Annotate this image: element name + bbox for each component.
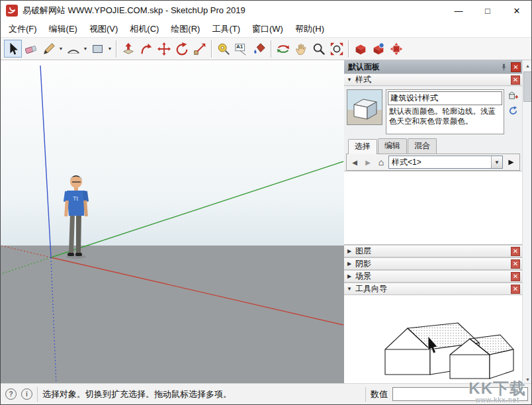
extension-warehouse-button[interactable]	[387, 40, 405, 58]
in-model-button[interactable]: ⌂	[375, 156, 387, 168]
scale-tool-button[interactable]	[191, 40, 208, 58]
arc-tool-dropdown[interactable]: ▼	[82, 40, 89, 58]
tab-edit[interactable]: 编辑	[378, 138, 407, 154]
layers-section-header[interactable]: ▶ 图层 ✕	[344, 245, 522, 257]
component-button[interactable]	[351, 40, 369, 58]
minimize-button[interactable]: —	[444, 1, 473, 21]
shadows-close-button[interactable]: ✕	[511, 259, 520, 269]
push-pull-tool-button[interactable]	[119, 40, 137, 58]
main-area: Tt 默认面板 ✕ ▼ 样式 ✕	[1, 60, 532, 384]
toolbar-separator	[271, 40, 271, 58]
follow-me-tool-button[interactable]	[137, 40, 155, 58]
zoom-extents-tool-button[interactable]	[328, 40, 345, 58]
tab-mix[interactable]: 混合	[408, 138, 437, 154]
component-cube-icon	[353, 42, 368, 56]
statusbar-separator	[37, 387, 38, 402]
back-button[interactable]: ◀	[349, 156, 361, 168]
menu-window[interactable]: 窗口(W)	[246, 21, 289, 37]
arc-tool-button[interactable]	[64, 40, 82, 58]
new-style-icon	[508, 91, 518, 101]
scenes-section-title: 场景	[355, 271, 508, 282]
orbit-icon	[276, 42, 290, 56]
sketchup-window: 易破解网站 WWW.YPOJIE.COM.skp - SketchUp Pro …	[0, 0, 532, 405]
orbit-tool-button[interactable]	[274, 40, 292, 58]
eraser-tool-button[interactable]	[22, 40, 40, 58]
tray-header[interactable]: 默认面板 ✕	[344, 60, 522, 73]
menu-tools[interactable]: 工具(T)	[206, 21, 246, 37]
styles-section-header[interactable]: ▼ 样式 ✕	[344, 73, 522, 86]
menu-help[interactable]: 帮助(H)	[289, 21, 330, 37]
instructor-close-button[interactable]: ✕	[511, 285, 520, 294]
tape-measure-tool-button[interactable]	[214, 40, 232, 58]
text-tool-button[interactable]: A1	[232, 40, 250, 58]
style-thumbnail[interactable]	[347, 89, 382, 125]
style-info: 建筑设计样式 默认表面颜色。轮廓边线。浅蓝色天空和灰色背景颜色。	[386, 89, 504, 134]
menu-draw[interactable]: 绘图(R)	[165, 21, 206, 37]
style-side-buttons	[508, 89, 519, 116]
instructor-section-title: 工具向导	[355, 283, 508, 294]
tray-close-button[interactable]: ✕	[511, 62, 521, 72]
collapse-arrow-icon: ▼	[346, 77, 353, 83]
tab-select[interactable]: 选择	[348, 139, 377, 154]
collapse-arrow-icon: ▼	[346, 286, 353, 292]
styles-nav-row: ◀ ▶ ⌂ 样式<1> ▼	[346, 154, 520, 171]
window-title: 易破解网站 WWW.YPOJIE.COM.skp - SketchUp Pro …	[22, 5, 444, 17]
shapes-tool-button[interactable]	[89, 40, 107, 58]
pan-tool-button[interactable]	[292, 40, 310, 58]
style-name-field[interactable]: 建筑设计样式	[388, 91, 502, 105]
select-tool-button[interactable]	[4, 40, 22, 58]
warehouse-3d-button[interactable]	[369, 40, 387, 58]
styles-list[interactable]	[344, 171, 522, 245]
instructor-section-header[interactable]: ▼ 工具向导 ✕	[344, 283, 522, 295]
scenes-close-button[interactable]: ✕	[511, 272, 520, 281]
style-collection-value: 样式<1>	[389, 157, 491, 168]
expand-arrow-icon: ▶	[346, 248, 353, 254]
scroll-up-button[interactable]: ▲	[523, 60, 532, 71]
help-icon[interactable]: ?	[5, 388, 17, 400]
maximize-button[interactable]: □	[473, 1, 502, 21]
rectangle-icon	[91, 42, 105, 56]
new-style-button[interactable]	[508, 90, 519, 101]
tape-measure-icon	[216, 42, 231, 56]
details-button[interactable]	[504, 156, 517, 169]
viewport-3d[interactable]: Tt	[1, 60, 344, 384]
eraser-icon	[24, 42, 38, 56]
shadows-section-header[interactable]: ▶ 阴影 ✕	[344, 257, 522, 270]
follow-me-icon	[139, 42, 154, 56]
details-arrow-icon	[507, 158, 515, 167]
scale-icon	[193, 42, 207, 56]
pin-icon	[500, 63, 508, 71]
styles-close-button[interactable]: ✕	[511, 75, 520, 85]
close-button[interactable]: ✕	[502, 1, 531, 21]
line-tool-dropdown[interactable]: ▼	[58, 40, 64, 58]
menu-view[interactable]: 视图(V)	[83, 21, 124, 37]
measurement-input[interactable]	[392, 387, 528, 401]
paint-bucket-tool-button[interactable]	[250, 40, 268, 58]
menu-camera[interactable]: 相机(C)	[124, 21, 165, 37]
update-style-button[interactable]	[508, 105, 519, 116]
scrollbar-thumb[interactable]	[523, 71, 532, 102]
panel-scrollbar[interactable]: ▲ ▼	[522, 60, 532, 384]
toolbar-separator	[211, 40, 212, 58]
menu-file[interactable]: 文件(F)	[3, 21, 43, 37]
arc-icon	[66, 42, 81, 56]
toolbar-separator	[116, 40, 116, 58]
pin-button[interactable]	[498, 62, 509, 72]
layers-close-button[interactable]: ✕	[511, 247, 520, 256]
menu-edit[interactable]: 编辑(E)	[43, 21, 83, 37]
scenes-section-header[interactable]: ▶ 场景 ✕	[344, 270, 522, 283]
sketchup-logo-icon	[6, 5, 18, 17]
shapes-tool-dropdown[interactable]: ▼	[107, 40, 113, 58]
text-tool-label: A1	[236, 44, 243, 50]
rotate-tool-button[interactable]	[173, 40, 191, 58]
style-thumbnail-image	[347, 90, 382, 124]
styles-body: 建筑设计样式 默认表面颜色。轮廓边线。浅蓝色天空和灰色背景颜色。	[344, 86, 522, 138]
zoom-tool-button[interactable]	[310, 40, 328, 58]
style-collection-dropdown[interactable]: 样式<1> ▼	[388, 156, 503, 169]
move-tool-button[interactable]	[155, 40, 173, 58]
info-icon[interactable]: i	[21, 388, 32, 400]
line-tool-button[interactable]	[40, 40, 58, 58]
forward-button[interactable]: ▶	[362, 156, 374, 168]
warehouse-cube-icon	[371, 42, 386, 56]
toolbar: ▼ ▼ ▼ A1	[1, 37, 531, 60]
